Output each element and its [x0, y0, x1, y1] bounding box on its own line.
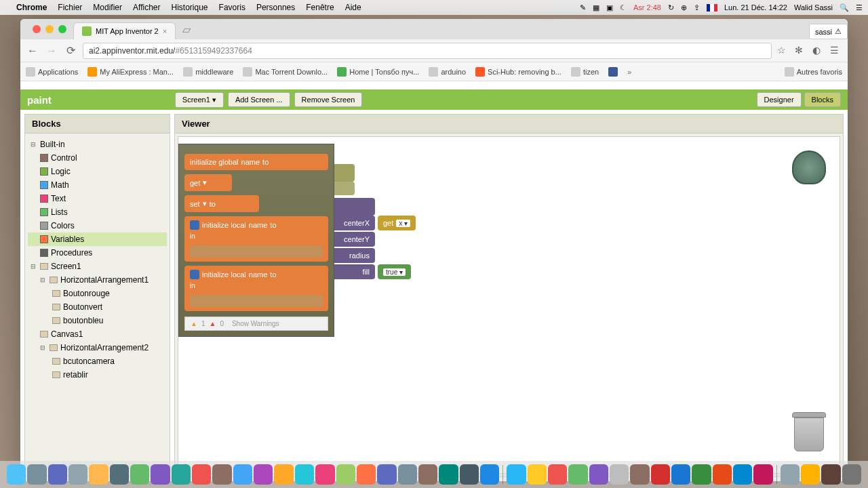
- dock-app[interactable]: [671, 464, 690, 485]
- dock-app[interactable]: [733, 464, 752, 485]
- tree-builtin[interactable]: ⊟Built-in: [28, 138, 167, 151]
- tree-math[interactable]: Math: [28, 178, 167, 192]
- init-global-block[interactable]: initialize globalnameto: [184, 154, 328, 170]
- set-block[interactable]: set▾to: [184, 195, 259, 212]
- url-input[interactable]: ai2.appinventor.mit.edu/#651315949233766…: [83, 43, 772, 59]
- tree-comp[interactable]: retablir: [28, 368, 167, 382]
- dock-app[interactable]: [507, 464, 526, 485]
- trash-icon[interactable]: [792, 412, 826, 453]
- dock-app[interactable]: [212, 464, 231, 485]
- bookmark[interactable]: My AliExpress : Man...: [87, 67, 174, 77]
- true-block[interactable]: true ▾: [378, 264, 411, 279]
- menu-help[interactable]: Aide: [345, 3, 361, 12]
- dock-app[interactable]: [274, 464, 293, 485]
- dock-app[interactable]: [692, 464, 711, 485]
- dock-app[interactable]: [418, 464, 437, 485]
- menu-people[interactable]: Personnes: [256, 3, 295, 12]
- bookmark[interactable]: middleware: [183, 67, 233, 77]
- menu-file[interactable]: Fichier: [58, 3, 82, 12]
- tree-lists[interactable]: Lists: [28, 205, 167, 219]
- dock-app[interactable]: [295, 464, 314, 485]
- tree-comp[interactable]: bcutoncamera: [28, 354, 167, 368]
- close-tab-icon[interactable]: ×: [163, 27, 167, 35]
- ext-icon[interactable]: ◐: [812, 45, 825, 57]
- dock-app[interactable]: [480, 464, 499, 485]
- status-icon[interactable]: ↻: [668, 3, 674, 12]
- other-bookmarks[interactable]: Autres favoris: [785, 67, 842, 77]
- user-badge[interactable]: sassi⚠: [809, 24, 848, 39]
- dock-app[interactable]: [27, 464, 46, 485]
- menu-view[interactable]: Afficher: [133, 3, 160, 12]
- minimize-window[interactable]: [45, 25, 54, 33]
- tree-text[interactable]: Text: [28, 192, 167, 205]
- dock-app[interactable]: [254, 464, 273, 485]
- dock-app[interactable]: [821, 464, 840, 485]
- status-icon[interactable]: ⊕: [681, 3, 687, 12]
- blocks-canvas[interactable]: when Canvas1 ▾ Touched y touchedAnySprit…: [178, 136, 840, 474]
- tree-ha2[interactable]: ⊟HorizontalArrangement2: [28, 341, 167, 354]
- bookmark[interactable]: Mac Torrent Downlo...: [243, 67, 328, 77]
- bookmark[interactable]: Sci-Hub: removing b...: [475, 67, 561, 77]
- apps-button[interactable]: Applications: [26, 67, 78, 77]
- wifi-icon[interactable]: ⇪: [694, 3, 700, 12]
- tree-comp[interactable]: boutonbleu: [28, 314, 167, 327]
- dock-app[interactable]: [610, 464, 629, 485]
- dock-app[interactable]: [651, 464, 670, 485]
- dock-app[interactable]: [713, 464, 732, 485]
- date-time[interactable]: Lun. 21 Déc. 14:22: [724, 3, 787, 12]
- dock-app[interactable]: [68, 464, 87, 485]
- dock-app[interactable]: [151, 464, 170, 485]
- dock-app[interactable]: [357, 464, 376, 485]
- tree-comp[interactable]: Boutonvert: [28, 300, 167, 314]
- designer-button[interactable]: Designer: [757, 92, 802, 107]
- status-icon[interactable]: ✎: [580, 3, 586, 12]
- dock-app[interactable]: [842, 464, 861, 485]
- remove-screen-button[interactable]: Remove Screen: [294, 92, 363, 107]
- status-icon[interactable]: ☾: [620, 3, 627, 12]
- menu-icon[interactable]: ☰: [830, 45, 842, 57]
- dock-app[interactable]: [398, 464, 417, 485]
- add-screen-button[interactable]: Add Screen ...: [228, 92, 290, 107]
- tree-colors[interactable]: Colors: [28, 219, 167, 232]
- menu-edit[interactable]: Modifier: [93, 3, 122, 12]
- dock-app[interactable]: [568, 464, 587, 485]
- app-name[interactable]: Chrome: [16, 3, 47, 12]
- bookmark[interactable]: Home | Tonsбo пуч...: [337, 67, 419, 77]
- menu-favorites[interactable]: Favoris: [219, 3, 245, 12]
- maximize-window[interactable]: [58, 25, 66, 33]
- get-block[interactable]: get▾: [184, 174, 232, 191]
- show-warnings-button[interactable]: ▲1 ▲0 Show Warnings: [184, 317, 328, 331]
- forward-button[interactable]: →: [45, 44, 58, 58]
- blocks-button[interactable]: Blocks: [804, 92, 841, 107]
- tree-control[interactable]: Control: [28, 151, 167, 165]
- tree-variables[interactable]: Variables: [28, 232, 167, 246]
- dock-app[interactable]: [548, 464, 567, 485]
- back-button[interactable]: ←: [26, 44, 39, 58]
- backpack-icon[interactable]: [792, 150, 826, 184]
- dock-app[interactable]: [89, 464, 108, 485]
- dock-app[interactable]: [48, 464, 67, 485]
- tree-canvas[interactable]: Canvas1: [28, 327, 167, 341]
- tree-logic[interactable]: Logic: [28, 165, 167, 178]
- dock-app[interactable]: [192, 464, 211, 485]
- close-window[interactable]: [33, 25, 41, 33]
- dock-app[interactable]: [630, 464, 649, 485]
- menu-window[interactable]: Fenêtre: [306, 3, 334, 12]
- menu-icon[interactable]: ☰: [856, 3, 863, 12]
- screen-dropdown[interactable]: Screen1 ▾: [175, 92, 224, 108]
- dock-app[interactable]: [439, 464, 458, 485]
- init-local-block[interactable]: initialize localnameto in: [184, 216, 328, 262]
- dock-app[interactable]: [528, 464, 547, 485]
- status-icon[interactable]: ▣: [606, 3, 613, 12]
- dock-app[interactable]: [110, 464, 129, 485]
- tree-procedures[interactable]: Procedures: [28, 246, 167, 260]
- flag-icon[interactable]: [707, 4, 717, 12]
- dock-app[interactable]: [315, 464, 334, 485]
- bookmark[interactable]: tizen: [571, 67, 599, 77]
- status-icon[interactable]: ▦: [593, 3, 599, 12]
- tree-screen1[interactable]: ⊟Screen1: [28, 260, 167, 273]
- dock-app[interactable]: [377, 464, 396, 485]
- bookmark-fb[interactable]: [608, 67, 618, 77]
- dock-app[interactable]: [753, 464, 772, 485]
- dock-app[interactable]: [130, 464, 149, 485]
